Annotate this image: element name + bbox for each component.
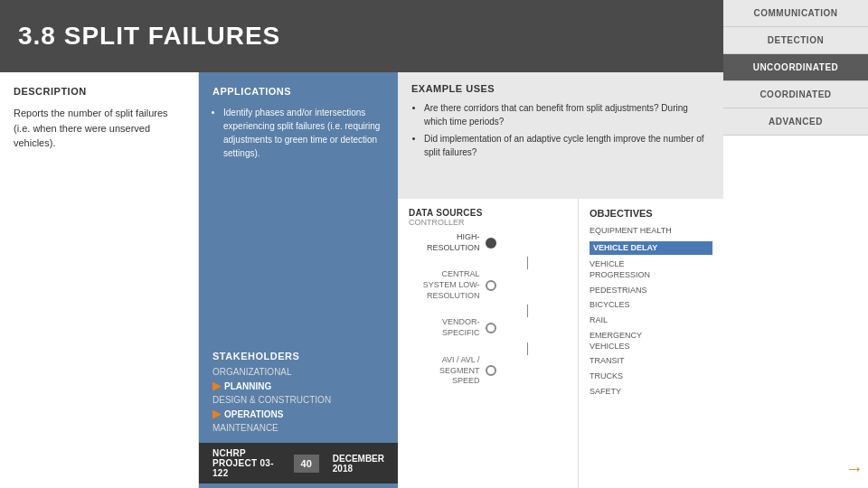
ds-dot-central: [486, 280, 496, 291]
description-text: Reports the number of split failures (i.…: [14, 106, 184, 151]
stakeholder-design: DESIGN & CONSTRUCTION: [212, 395, 384, 405]
obj-emergency: EMERGENCYVEHICLES: [590, 331, 712, 352]
example-uses-label: EXAMPLE USES: [411, 83, 710, 94]
ds-label-avi: AVI / AVL /SEGMENTSPEED: [409, 355, 486, 387]
bottom-section: DATA SOURCES CONTROLLER HIGH-RESOLUTION: [398, 199, 723, 488]
obj-transit: TRANSIT: [590, 356, 712, 367]
applications-label: APPLICATIONS: [212, 86, 384, 97]
footer-page-number: 40: [294, 455, 319, 473]
objectives-label: OBJECTIVES: [590, 208, 712, 219]
right-navigation: COMMUNICATION DETECTION UNCOORDINATED CO…: [723, 0, 868, 136]
ds-dot-vendor: [486, 323, 496, 333]
stakeholder-design-label: DESIGN & CONSTRUCTION: [212, 395, 331, 405]
footer-nchrp: NCHRP PROJECT 03-122: [212, 448, 280, 478]
stakeholders-section: STAKEHOLDERS ORGANIZATIONAL ▶ PLANNING D…: [212, 342, 384, 436]
obj-safety: SAFETY: [590, 387, 712, 398]
nav-communication[interactable]: COMMUNICATION: [723, 0, 868, 27]
ds-label-central: CENTRALSYSTEM LOW-RESOLUTION: [409, 269, 486, 301]
data-sources-tree: HIGH-RESOLUTION CENTRALSYSTEM LOW-RESOLU…: [409, 232, 567, 390]
ds-connector-3: [527, 343, 528, 355]
right-panel: EXAMPLE USES Are there corridors that ca…: [398, 72, 723, 488]
obj-trucks: TRUCKS: [590, 371, 712, 382]
operations-arrow-icon: ▶: [212, 408, 221, 420]
page-title: 3.8 SPLIT FAILURES: [18, 22, 280, 51]
footer-date: DECEMBER 2018: [333, 454, 384, 474]
application-item-1: Identify phases and/or intersections exp…: [223, 106, 384, 160]
obj-vehicle-progression: VEHICLEPROGRESSION: [590, 259, 712, 280]
footer-bar: NCHRP PROJECT 03-122 40 DECEMBER 2018: [199, 443, 398, 483]
obj-pedestrians: PEDESTRIANS: [590, 286, 712, 296]
stakeholder-planning: ▶ PLANNING: [212, 380, 384, 392]
example-use-1: Are there corridors that can benefit fro…: [424, 101, 710, 128]
example-uses-section: EXAMPLE USES Are there corridors that ca…: [398, 72, 723, 199]
ds-item-vendor: VENDOR-SPECIFIC: [409, 317, 567, 338]
nav-detection[interactable]: DETECTION: [723, 27, 868, 54]
content-area: DESCRIPTION Reports the number of split …: [0, 72, 723, 488]
ds-item-central: CENTRALSYSTEM LOW-RESOLUTION: [409, 269, 567, 301]
obj-equipment-health: EQUIPMENT HEALTH: [590, 226, 712, 237]
main-content: 3.8 SPLIT FAILURES DESCRIPTION Reports t…: [0, 0, 723, 488]
ds-connector-1: [527, 257, 528, 269]
planning-arrow-icon: ▶: [212, 380, 221, 392]
stakeholder-organizational-label: ORGANIZATIONAL: [212, 367, 292, 377]
ds-item-highres: HIGH-RESOLUTION: [409, 232, 567, 253]
nav-advanced[interactable]: ADVANCED: [723, 108, 868, 136]
description-label: DESCRIPTION: [14, 86, 184, 97]
example-use-2: Did implementation of an adaptive cycle …: [424, 132, 710, 159]
next-arrow-icon[interactable]: →: [845, 458, 863, 479]
applications-text: Identify phases and/or intersections exp…: [212, 106, 384, 164]
stakeholder-planning-label: PLANNING: [224, 381, 271, 391]
ds-connector-2: [527, 305, 528, 317]
stakeholder-maintenance: MAINTENANCE: [212, 423, 384, 433]
stakeholder-organizational: ORGANIZATIONAL: [212, 367, 384, 377]
obj-rail: RAIL: [590, 315, 712, 326]
data-sources-column: DATA SOURCES CONTROLLER HIGH-RESOLUTION: [398, 199, 579, 488]
stakeholders-label: STAKEHOLDERS: [212, 351, 384, 361]
nav-coordinated[interactable]: COORDINATED: [723, 81, 868, 108]
stakeholder-operations: ▶ OPERATIONS: [212, 408, 384, 420]
ds-dot-avi: [486, 365, 496, 376]
obj-bicycles: BICYCLES: [590, 300, 712, 311]
ds-item-avi: AVI / AVL /SEGMENTSPEED: [409, 355, 567, 387]
page-header: 3.8 SPLIT FAILURES: [0, 0, 723, 72]
example-uses-text: Are there corridors that can benefit fro…: [411, 101, 710, 159]
data-sources-title: DATA SOURCES: [409, 208, 567, 218]
stakeholder-operations-label: OPERATIONS: [224, 409, 283, 419]
ds-label-vendor: VENDOR-SPECIFIC: [409, 317, 486, 338]
nav-uncoordinated[interactable]: UNCOORDINATED: [723, 54, 868, 81]
obj-vehicle-delay: VEHICLE DELAY: [590, 241, 712, 256]
ds-label-highres: HIGH-RESOLUTION: [409, 232, 486, 253]
stakeholder-maintenance-label: MAINTENANCE: [212, 423, 278, 433]
ds-dot-highres: [486, 238, 496, 249]
data-sources-subtitle: CONTROLLER: [409, 218, 567, 227]
objectives-column: OBJECTIVES EQUIPMENT HEALTH VEHICLE DELA…: [579, 199, 723, 488]
description-column: DESCRIPTION Reports the number of split …: [0, 72, 199, 488]
applications-column: APPLICATIONS Identify phases and/or inte…: [199, 72, 398, 488]
